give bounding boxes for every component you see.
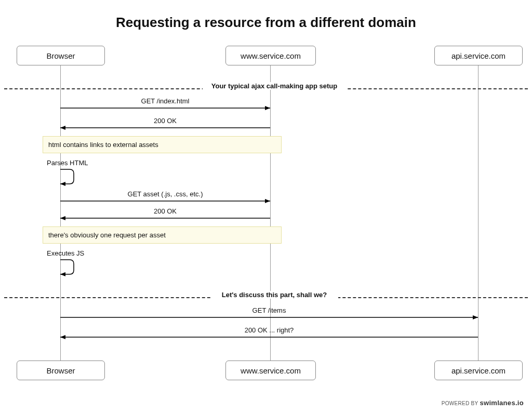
self-label-parses: Parses HTML bbox=[47, 159, 88, 167]
footer: POWERED BY swimlanes.io bbox=[442, 399, 524, 407]
arrow-get-items bbox=[60, 315, 478, 320]
svg-marker-4 bbox=[60, 182, 65, 186]
sequence-diagram: Requesting a resource from a different d… bbox=[0, 0, 532, 414]
svg-marker-9 bbox=[60, 272, 65, 276]
participant-www-top: www.service.com bbox=[225, 46, 316, 65]
diagram-title: Requesting a resource from a different d… bbox=[0, 15, 532, 31]
arrow-200-asset bbox=[60, 216, 270, 221]
svg-marker-1 bbox=[265, 106, 270, 110]
arrow-200-items bbox=[60, 335, 478, 340]
footer-brand: swimlanes.io bbox=[480, 399, 524, 407]
note-one-req-per-asset: there's obviously one request per asset bbox=[43, 226, 282, 244]
self-label-executes: Executes JS bbox=[47, 249, 84, 257]
arrow-get-asset bbox=[60, 198, 270, 204]
self-arrow-executes bbox=[60, 259, 76, 276]
arrow-label-200-index: 200 OK bbox=[60, 117, 270, 125]
participant-browser-bottom: Browser bbox=[17, 360, 105, 380]
participant-api-top: api.service.com bbox=[434, 46, 523, 65]
self-arrow-parses bbox=[60, 168, 76, 186]
arrow-label-get-index: GET /index.html bbox=[60, 97, 270, 105]
participant-browser-top: Browser bbox=[17, 46, 105, 65]
participant-api-bottom: api.service.com bbox=[434, 360, 523, 380]
arrow-200-index bbox=[60, 125, 270, 130]
lifeline-api bbox=[478, 64, 478, 360]
arrow-label-200-items: 200 OK ... right? bbox=[60, 326, 478, 334]
svg-marker-6 bbox=[265, 199, 270, 203]
participant-www-bottom: www.service.com bbox=[225, 360, 316, 380]
arrow-label-get-items: GET /items bbox=[60, 306, 478, 314]
arrow-get-index bbox=[60, 105, 270, 111]
note-html-links: html contains links to external assets bbox=[43, 136, 282, 153]
svg-marker-13 bbox=[60, 335, 65, 339]
footer-powered: POWERED BY bbox=[442, 400, 478, 406]
svg-marker-3 bbox=[60, 126, 65, 130]
divider-setup-label: Your typical ajax call-making app setup bbox=[203, 82, 346, 90]
svg-marker-11 bbox=[473, 315, 478, 319]
divider-discuss-label: Let's discuss this part, shall we? bbox=[210, 291, 338, 299]
arrow-label-get-asset: GET asset (.js, .css, etc.) bbox=[60, 190, 270, 198]
svg-marker-8 bbox=[60, 216, 65, 220]
arrow-label-200-asset: 200 OK bbox=[60, 207, 270, 215]
